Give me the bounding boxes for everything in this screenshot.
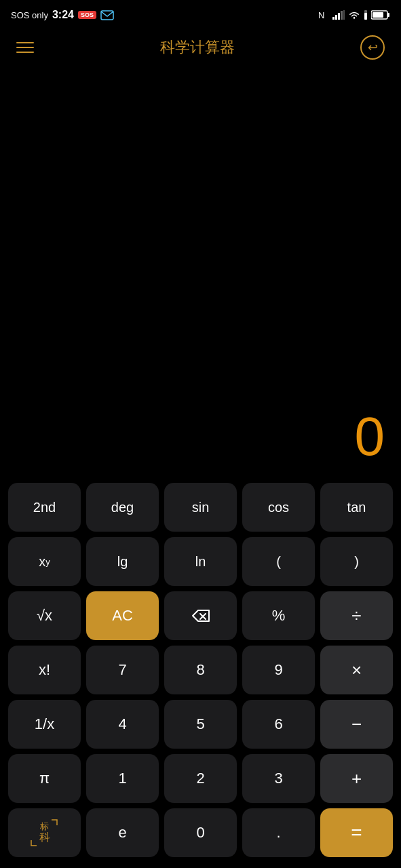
key-rparen[interactable]: ) <box>320 537 393 586</box>
svg-rect-6 <box>343 10 345 20</box>
key-tan[interactable]: tan <box>320 483 393 532</box>
key-row-6: π 1 2 3 + <box>8 754 393 803</box>
menu-button[interactable] <box>16 42 34 53</box>
key-ln[interactable]: ln <box>164 537 237 586</box>
header: 科学计算器 ↩ <box>0 27 401 68</box>
menu-line-2 <box>16 47 34 48</box>
key-row-4: x! 7 8 9 × <box>8 646 393 694</box>
menu-line-3 <box>16 52 34 53</box>
key-deg[interactable]: deg <box>86 483 159 532</box>
key-4[interactable]: 4 <box>86 700 159 749</box>
key-backspace[interactable] <box>164 591 237 640</box>
key-sin[interactable]: sin <box>164 483 237 532</box>
key-row-5: 1/x 4 5 6 − <box>8 700 393 749</box>
key-reciprocal[interactable]: 1/x <box>8 700 81 749</box>
back-icon: ↩ <box>368 40 378 55</box>
key-std[interactable]: 标 科 <box>8 808 81 857</box>
status-left: SOS only 3:24 SOS <box>11 9 114 21</box>
key-cos[interactable]: cos <box>242 483 315 532</box>
result-display: 0 <box>355 410 385 464</box>
svg-text:N: N <box>318 10 324 20</box>
key-row-1: 2nd deg sin cos tan <box>8 483 393 532</box>
sos-text: SOS only <box>11 10 48 20</box>
key-pi[interactable]: π <box>8 754 81 803</box>
back-button[interactable]: ↩ <box>360 35 385 60</box>
key-sqrt[interactable]: √x <box>8 591 81 640</box>
battery-indicator <box>364 10 368 20</box>
svg-rect-11 <box>373 12 383 18</box>
key-divide[interactable]: ÷ <box>320 591 393 640</box>
svg-rect-10 <box>387 13 389 17</box>
key-lg[interactable]: lg <box>86 537 159 586</box>
key-percent[interactable]: % <box>242 591 315 640</box>
svg-rect-4 <box>338 13 340 20</box>
key-factorial[interactable]: x! <box>8 646 81 694</box>
key-6[interactable]: 6 <box>242 700 315 749</box>
key-8[interactable]: 8 <box>164 646 237 694</box>
std-label-bottom: 科 <box>39 831 50 844</box>
key-3[interactable]: 3 <box>242 754 315 803</box>
key-xy[interactable]: xy <box>8 537 81 586</box>
battery-icon <box>371 10 390 20</box>
key-7[interactable]: 7 <box>86 646 159 694</box>
svg-rect-8 <box>364 13 367 20</box>
key-row-7: 标 科 e 0 . = <box>8 808 393 857</box>
menu-line-1 <box>16 42 34 43</box>
sos-badge: SOS <box>78 11 96 19</box>
mail-icon <box>100 10 114 20</box>
wifi-icon <box>348 10 360 20</box>
svg-rect-3 <box>335 15 337 20</box>
key-5[interactable]: 5 <box>164 700 237 749</box>
display-area: 0 <box>0 68 401 477</box>
std-label-top: 标 <box>40 822 49 831</box>
key-multiply[interactable]: × <box>320 646 393 694</box>
key-subtract[interactable]: − <box>320 700 393 749</box>
time-text: 3:24 <box>52 9 74 21</box>
backspace-icon <box>191 608 210 623</box>
key-0[interactable]: 0 <box>164 808 237 857</box>
key-e[interactable]: e <box>86 808 159 857</box>
app-title: 科学计算器 <box>160 37 235 58</box>
key-row-2: xy lg ln ( ) <box>8 537 393 586</box>
key-dot[interactable]: . <box>242 808 315 857</box>
svg-rect-5 <box>341 11 343 20</box>
nfc-icon: N <box>318 9 329 20</box>
key-ac[interactable]: AC <box>86 591 159 640</box>
status-right: N <box>318 9 390 20</box>
key-row-3: √x AC % ÷ <box>8 591 393 640</box>
key-lparen[interactable]: ( <box>242 537 315 586</box>
key-2[interactable]: 2 <box>164 754 237 803</box>
key-2nd[interactable]: 2nd <box>8 483 81 532</box>
key-equals[interactable]: = <box>320 808 393 857</box>
svg-rect-2 <box>332 17 335 20</box>
key-1[interactable]: 1 <box>86 754 159 803</box>
key-9[interactable]: 9 <box>242 646 315 694</box>
keypad: 2nd deg sin cos tan xy lg ln ( ) √x AC %… <box>0 477 401 868</box>
signal-icon <box>332 10 345 20</box>
std-bracket-bottom-icon <box>30 840 38 846</box>
std-bracket-icon <box>50 819 58 826</box>
status-bar: SOS only 3:24 SOS N <box>0 0 401 27</box>
svg-rect-0 <box>101 11 113 20</box>
key-add[interactable]: + <box>320 754 393 803</box>
